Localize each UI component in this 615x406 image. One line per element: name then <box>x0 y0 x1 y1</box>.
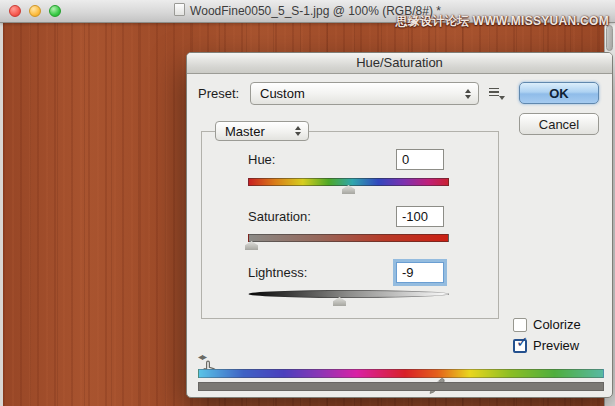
lightness-label: Lightness: <box>248 265 307 280</box>
preset-label: Preset: <box>198 86 239 101</box>
chevron-down-icon <box>499 96 505 100</box>
hue-saturation-dialog: Hue/Saturation Preset: Custom OK Cancel … <box>186 52 613 398</box>
saturation-slider-track[interactable] <box>248 234 449 242</box>
popup-arrows-icon <box>295 126 301 136</box>
preview-checkbox-row[interactable]: ✓ Preview <box>513 338 579 353</box>
ok-button[interactable]: OK <box>519 82 599 104</box>
channel-dropdown[interactable]: Master <box>215 121 309 141</box>
preview-label: Preview <box>533 338 579 353</box>
hue-slider-track[interactable] <box>248 178 449 186</box>
saturation-label: Saturation: <box>248 209 311 224</box>
minimize-button[interactable] <box>29 5 41 17</box>
left-right-arrows-icon: ◂▸ <box>198 351 206 362</box>
preset-dropdown[interactable]: Custom <box>250 82 479 105</box>
colorize-checkbox-row[interactable]: Colorize <box>513 317 581 332</box>
preset-options-menu-button[interactable] <box>489 87 505 100</box>
cancel-button[interactable]: Cancel <box>519 113 599 135</box>
close-button[interactable] <box>9 5 21 17</box>
spectrum-bar-before <box>198 369 604 378</box>
lightness-input[interactable] <box>396 262 444 283</box>
checkmark-icon: ✓ <box>516 334 529 349</box>
hue-label: Hue: <box>248 152 275 167</box>
popup-arrows-icon <box>465 89 471 99</box>
dialog-title: Hue/Saturation <box>187 53 612 74</box>
document-icon <box>174 3 185 16</box>
saturation-input[interactable] <box>396 206 444 227</box>
hue-input[interactable] <box>396 149 444 170</box>
watermark-text: 思缘设计论坛 www.missyuan.com <box>395 13 609 30</box>
preview-checkbox[interactable]: ✓ <box>513 339 527 353</box>
spectrum-bar-after <box>198 382 604 391</box>
preset-value: Custom <box>251 86 465 101</box>
colorize-label: Colorize <box>533 317 581 332</box>
colorize-checkbox[interactable] <box>513 318 527 332</box>
preset-list-icon <box>489 88 499 96</box>
lightness-slider-track[interactable] <box>248 290 449 298</box>
eyedropper-plus-icon[interactable]: + <box>454 397 472 398</box>
zoom-button[interactable] <box>49 5 61 17</box>
channel-value: Master <box>216 124 295 139</box>
